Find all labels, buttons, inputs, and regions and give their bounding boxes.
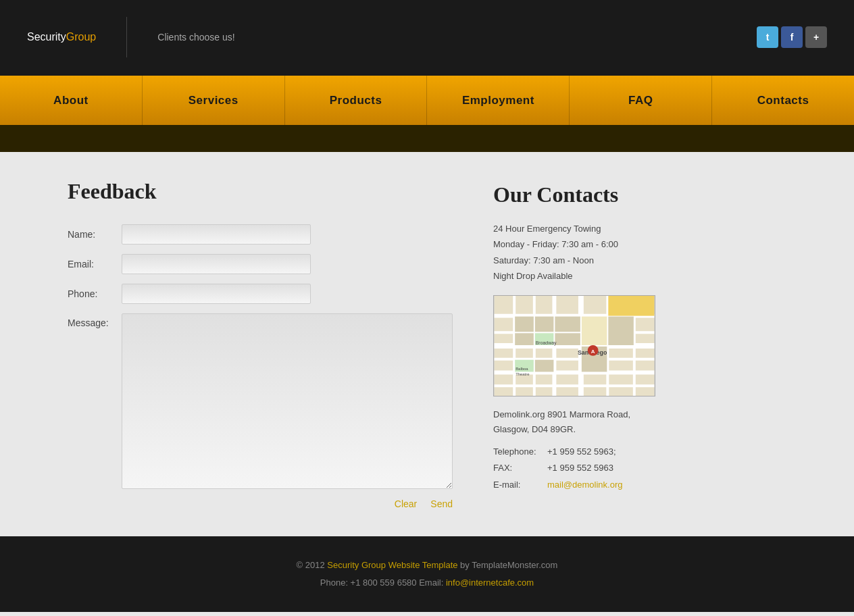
feedback-title: Feedback (68, 179, 453, 204)
plus-icon[interactable]: + (805, 26, 827, 48)
nav-bar: About Services Products Employment FAQ C… (0, 74, 854, 125)
tagline: Clients choose us! (157, 32, 234, 43)
svg-rect-15 (555, 316, 580, 332)
logo-security: Security (27, 31, 66, 43)
fax-label: FAX: (493, 460, 547, 477)
telephone-row: Telephone: +1 959 552 5963; (493, 444, 786, 461)
header-divider (126, 17, 127, 57)
map[interactable]: Broadway San Diego A Balboa Theatre (493, 295, 655, 396)
contact-info-line3: Saturday: 7:30 am - Noon (493, 253, 786, 268)
phone-label: Phone: (68, 288, 122, 299)
name-input[interactable] (122, 224, 311, 245)
dark-band (0, 125, 854, 152)
email-row: Email: (68, 254, 453, 274)
footer-line1: © 2012 Security Group Website Template b… (14, 557, 840, 574)
logo: SecurityGroup (27, 31, 96, 43)
svg-text:A: A (591, 348, 595, 354)
telephone-label: Telephone: (493, 444, 547, 461)
svg-rect-14 (535, 316, 554, 332)
clear-button[interactable]: Clear (395, 498, 417, 509)
social-icons: t f + (757, 26, 827, 48)
svg-rect-18 (555, 333, 580, 345)
fax-val: +1 959 552 5963 (547, 460, 613, 477)
email-input[interactable] (122, 254, 311, 274)
message-textarea[interactable] (122, 313, 453, 489)
contacts-section: Our Contacts 24 Hour Emergency Towing Mo… (493, 179, 786, 509)
email-row: E-mail: mail@demolink.org (493, 477, 786, 494)
svg-rect-24 (608, 296, 654, 316)
name-row: Name: (68, 224, 453, 245)
contact-info-line2: Monday - Friday: 7:30 am - 6:00 (493, 236, 786, 252)
email-link[interactable]: mail@demolink.org (547, 477, 622, 494)
logo-group: Group (66, 31, 96, 43)
name-label: Name: (68, 229, 122, 240)
message-row: Message: (68, 313, 453, 489)
telephone-val: +1 959 552 5963; (547, 444, 616, 461)
email-key-label: E-mail: (493, 477, 547, 494)
twitter-icon[interactable]: t (757, 26, 778, 48)
contact-info-line4: Night Drop Available (493, 268, 786, 284)
copyright-text: © 2012 (297, 560, 328, 570)
template-link[interactable]: Security Group Website Template (327, 560, 457, 570)
footer: © 2012 Security Group Website Template b… (0, 536, 854, 612)
form-buttons: Clear Send (68, 498, 453, 509)
svg-rect-21 (582, 316, 607, 344)
footer-email-link[interactable]: info@internetcafe.com (446, 578, 534, 588)
contact-hours: 24 Hour Emergency Towing Monday - Friday… (493, 221, 786, 284)
phone-row: Phone: (68, 284, 453, 304)
svg-text:Theatre: Theatre (516, 372, 530, 376)
footer-phone: Phone: +1 800 559 6580 Email: (320, 578, 446, 588)
footer-line2: Phone: +1 800 559 6580 Email: info@inter… (14, 574, 840, 592)
fax-row: FAX: +1 959 552 5963 (493, 460, 786, 477)
contact-info-line1: 24 Hour Emergency Towing (493, 221, 786, 236)
nav-products[interactable]: Products (285, 76, 428, 125)
message-label: Message: (68, 313, 122, 328)
nav-contacts[interactable]: Contacts (712, 76, 854, 125)
contact-details: Telephone: +1 959 552 5963; FAX: +1 959 … (493, 444, 786, 494)
address-line1: Demolink.org 8901 Marmora Road, (493, 407, 786, 422)
svg-rect-20 (535, 359, 554, 371)
nav-services[interactable]: Services (143, 76, 285, 125)
facebook-icon[interactable]: f (781, 26, 803, 48)
email-label: Email: (68, 259, 122, 270)
contacts-title: Our Contacts (493, 182, 786, 207)
contact-address: Demolink.org 8901 Marmora Road, Glasgow,… (493, 407, 786, 437)
svg-rect-13 (515, 316, 534, 332)
header: SecurityGroup Clients choose us! t f + (0, 0, 854, 74)
svg-text:Broadway: Broadway (536, 340, 557, 346)
by-text: by TemplateMonster.com (458, 560, 558, 570)
svg-text:Balboa: Balboa (516, 367, 528, 371)
logo-area: SecurityGroup Clients choose us! (27, 17, 235, 57)
svg-rect-23 (608, 316, 633, 344)
nav-faq[interactable]: FAQ (570, 76, 712, 125)
nav-employment[interactable]: Employment (427, 76, 570, 125)
send-button[interactable]: Send (430, 498, 453, 509)
svg-rect-16 (515, 333, 534, 345)
main-content: Feedback Name: Email: Phone: Message: Cl… (0, 152, 854, 536)
address-line2: Glasgow, D04 89GR. (493, 422, 786, 437)
phone-input[interactable] (122, 284, 311, 304)
feedback-section: Feedback Name: Email: Phone: Message: Cl… (68, 179, 453, 509)
nav-about[interactable]: About (0, 76, 143, 125)
